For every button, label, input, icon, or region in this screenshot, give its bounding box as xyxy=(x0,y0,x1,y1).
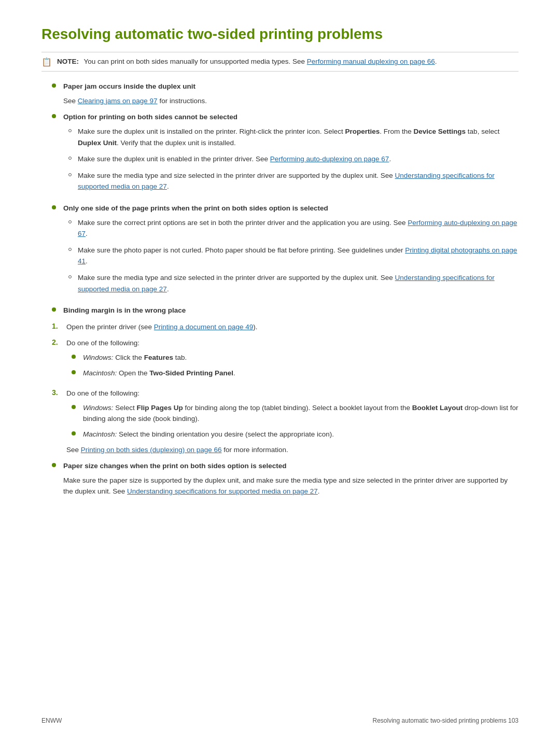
bullet-3-content: Only one side of the page prints when th… xyxy=(63,203,519,300)
bullet-both-sides-option: Option for printing on both sides cannot… xyxy=(52,111,519,198)
bullet-4-heading: Binding margin is in the wrong place xyxy=(63,306,186,314)
sub-item-3-2: Make sure the photo paper is not curled.… xyxy=(68,245,519,267)
inner-3-1-text: Windows: Select Flip Pages Up for bindin… xyxy=(83,402,519,425)
page-footer: ENWW Resolving automatic two-sided print… xyxy=(0,717,560,724)
circle-bullet-3-1 xyxy=(68,220,72,223)
bullet-1-heading: Paper jam occurs inside the duplex unit xyxy=(63,82,195,90)
bullet-5-para: Make sure the paper size is supported by… xyxy=(63,475,519,497)
circle-bullet-2-3 xyxy=(68,173,72,176)
understanding-specs-link-1[interactable]: Understanding specifications for support… xyxy=(78,172,495,191)
understanding-specs-link-3[interactable]: Understanding specifications for support… xyxy=(127,487,318,495)
inner-dot-2-2 xyxy=(72,370,76,374)
numbered-item-3: 3. Do one of the following: Windows: Sel… xyxy=(52,388,519,455)
circle-bullet-3-3 xyxy=(68,275,72,278)
inner-2-2-text: Macintosh: Open the Two-Sided Printing P… xyxy=(83,368,519,379)
sub-item-3-3: Make sure the media type and size select… xyxy=(68,272,519,294)
note-body: You can print on both sides manually for… xyxy=(84,58,307,65)
bullet-1-ref: See Clearing jams on page 97 for instruc… xyxy=(63,95,519,107)
bullet-one-side: Only one side of the page prints when th… xyxy=(52,203,519,300)
inner-2-1-text: Windows: Click the Features tab. xyxy=(83,352,519,363)
inner-2-2: Macintosh: Open the Two-Sided Printing P… xyxy=(72,368,519,379)
page-title: Resolving automatic two-sided printing p… xyxy=(41,26,519,43)
bullet-dot-1 xyxy=(52,83,56,88)
numbered-3-subitems: Windows: Select Flip Pages Up for bindin… xyxy=(66,402,519,440)
note-label: NOTE: xyxy=(57,58,79,65)
numbered-3-see-ref: See Printing on both sides (duplexing) o… xyxy=(66,444,519,456)
bullet-3-heading: Only one side of the page prints when th… xyxy=(63,204,328,212)
sub-item-2-3-text: Make sure the media type and size select… xyxy=(78,170,519,192)
inner-3-1: Windows: Select Flip Pages Up for bindin… xyxy=(72,402,519,425)
auto-duplexing-link-2[interactable]: Performing auto-duplexing on page 67 xyxy=(78,219,517,238)
sub-item-3-3-text: Make sure the media type and size select… xyxy=(78,272,519,294)
sub-item-3-1: Make sure the correct print options are … xyxy=(68,217,519,240)
bullet-5-content: Paper size changes when the print on bot… xyxy=(63,460,519,497)
sub-item-3-2-text: Make sure the photo paper is not curled.… xyxy=(78,245,519,267)
bullet-2-subitems: Make sure the duplex unit is installed o… xyxy=(68,126,519,192)
sub-item-2-1: Make sure the duplex unit is installed o… xyxy=(68,126,519,148)
bullet-dot-5 xyxy=(52,463,56,467)
note-link[interactable]: Performing manual duplexing on page 66 xyxy=(307,58,435,65)
clearing-jams-link[interactable]: Clearing jams on page 97 xyxy=(78,97,158,105)
sub-item-2-3: Make sure the media type and size select… xyxy=(68,170,519,192)
numbered-item-2-text: Do one of the following: Windows: Click … xyxy=(66,338,519,383)
bullet-4-content: Binding margin is in the wrong place xyxy=(63,305,519,316)
sub-item-3-1-text: Make sure the correct print options are … xyxy=(78,217,519,240)
inner-dot-3-1 xyxy=(72,405,76,409)
bullet-5-heading: Paper size changes when the print on bot… xyxy=(63,462,287,470)
note-text: NOTE: You can print on both sides manual… xyxy=(57,57,437,67)
sub-item-2-2-text: Make sure the duplex unit is enabled in … xyxy=(78,153,519,165)
number-1: 1. xyxy=(52,322,63,330)
numbered-item-2: 2. Do one of the following: Windows: Cli… xyxy=(52,338,519,383)
circle-bullet-2-2 xyxy=(68,157,72,160)
sub-item-2-1-text: Make sure the duplex unit is installed o… xyxy=(78,126,519,148)
printing-doc-link[interactable]: Printing a document on page 49 xyxy=(154,323,253,331)
inner-2-1: Windows: Click the Features tab. xyxy=(72,352,519,363)
inner-3-2: Macintosh: Select the binding orientatio… xyxy=(72,429,519,440)
footer-left: ENWW xyxy=(41,717,62,724)
circle-bullet-3-2 xyxy=(68,248,72,251)
inner-dot-2-1 xyxy=(72,355,76,359)
bullet-dot-2 xyxy=(52,114,56,118)
note-icon: 📋 xyxy=(41,57,53,67)
bullet-paper-jam: Paper jam occurs inside the duplex unit … xyxy=(52,81,519,106)
bullet-binding-margin: Binding margin is in the wrong place xyxy=(52,305,519,316)
bullet-paper-size: Paper size changes when the print on bot… xyxy=(52,460,519,497)
note-box: 📋 NOTE: You can print on both sides manu… xyxy=(41,52,519,72)
inner-3-2-text: Macintosh: Select the binding orientatio… xyxy=(83,429,519,440)
number-3: 3. xyxy=(52,388,63,397)
bullet-2-heading: Option for printing on both sides cannot… xyxy=(63,113,237,121)
number-2: 2. xyxy=(52,338,63,346)
understanding-specs-link-2[interactable]: Understanding specifications for support… xyxy=(78,274,495,293)
digital-photos-link[interactable]: Printing digital photographs on page 41 xyxy=(78,246,517,265)
numbered-item-3-text: Do one of the following: Windows: Select… xyxy=(66,388,519,455)
numbered-item-1-text: Open the printer driver (see Printing a … xyxy=(66,321,519,333)
numbered-2-subitems: Windows: Click the Features tab. Macinto… xyxy=(66,352,519,378)
bullet-dot-4 xyxy=(52,307,56,312)
bullet-dot-3 xyxy=(52,205,56,209)
inner-dot-3-2 xyxy=(72,431,76,435)
numbered-item-1: 1. Open the printer driver (see Printing… xyxy=(52,321,519,333)
bullet-3-subitems: Make sure the correct print options are … xyxy=(68,217,519,295)
circle-bullet-2-1 xyxy=(68,129,72,132)
bullet-1-content: Paper jam occurs inside the duplex unit … xyxy=(63,81,519,106)
duplexing-page66-link[interactable]: Printing on both sides (duplexing) on pa… xyxy=(81,446,222,454)
auto-duplexing-link-1[interactable]: Performing auto-duplexing on page 67 xyxy=(270,155,389,163)
footer-right: Resolving automatic two-sided printing p… xyxy=(373,717,519,724)
sub-item-2-2: Make sure the duplex unit is enabled in … xyxy=(68,153,519,165)
bullet-2-content: Option for printing on both sides cannot… xyxy=(63,111,519,198)
